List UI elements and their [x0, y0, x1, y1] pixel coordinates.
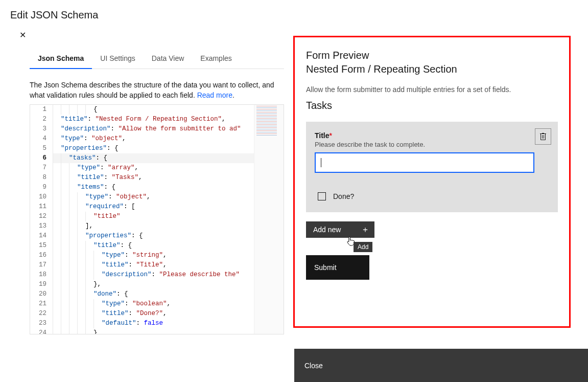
required-marker: *: [330, 131, 332, 140]
add-new-button[interactable]: Add new ＋ Add: [306, 221, 374, 238]
add-new-label: Add new: [313, 226, 341, 234]
done-label: Done?: [333, 192, 354, 200]
trash-icon: [539, 132, 547, 141]
editor-minimap[interactable]: [254, 105, 284, 334]
schema-editor-panel: Json Schema UI Settings Data View Exampl…: [0, 49, 284, 334]
tabs: Json Schema UI Settings Data View Exampl…: [30, 49, 284, 69]
preview-frame: Form Preview Nested Form / Repeating Sec…: [293, 36, 571, 328]
done-checkbox[interactable]: [318, 192, 326, 200]
editor-gutter: 1 2 3 4 5 6 7 8 9 10 11 12 13 14 15 16 1: [30, 105, 51, 334]
preview-section-title: Tasks: [306, 100, 558, 111]
read-more-link[interactable]: Read more: [197, 91, 232, 99]
tab-examples[interactable]: Examples: [192, 49, 240, 69]
plus-icon: ＋: [361, 226, 369, 234]
preview-heading: Form Preview: [306, 50, 558, 61]
preview-form-description: Allow the form submitter to add multiple…: [306, 85, 558, 94]
tab-description-text: The Json Schema describes the structure …: [30, 81, 274, 99]
form-preview-panel: Form Preview Nested Form / Repeating Sec…: [293, 36, 571, 328]
task-card: Title* Please describe the task to compl…: [306, 122, 558, 212]
title-field-label: Title*: [315, 131, 549, 140]
title-field-help: Please describe the task to complete.: [315, 141, 549, 148]
tab-data-view[interactable]: Data View: [144, 49, 193, 69]
code-editor[interactable]: 1 2 3 4 5 6 7 8 9 10 11 12 13 14 15 16 1: [30, 104, 284, 334]
tab-description: The Json Schema describes the structure …: [30, 80, 279, 100]
preview-form-title: Nested Form / Repeating Section: [306, 63, 558, 75]
tab-json-schema[interactable]: Json Schema: [30, 49, 92, 69]
submit-button[interactable]: Submit: [306, 255, 369, 280]
page-title: Edit JSON Schema: [0, 0, 588, 24]
delete-task-button[interactable]: [535, 128, 551, 145]
close-button[interactable]: Close: [294, 349, 588, 382]
editor-code[interactable]: {"title": "Nested Form / Repeating Secti…: [51, 105, 284, 334]
title-input[interactable]: [315, 152, 534, 173]
add-tooltip: Add: [354, 242, 372, 252]
tab-ui-settings[interactable]: UI Settings: [92, 49, 143, 69]
